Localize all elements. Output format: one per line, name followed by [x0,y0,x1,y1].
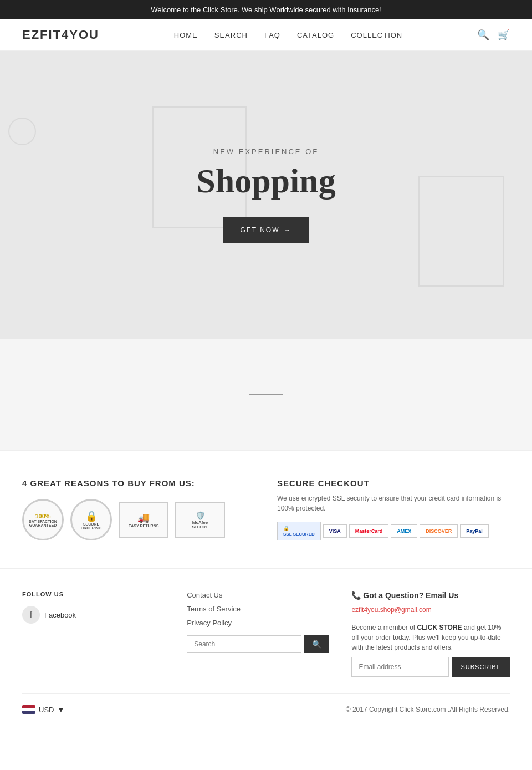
hero-title: Shopping [196,161,336,201]
trust-section [0,339,532,450]
hero-subtitle: NEW EXPERIENCE OF [196,147,336,156]
terms-of-service-link[interactable]: Terms of Service [187,605,329,613]
trust-badges-row: 100% SATISFACTION GUARANTEED 🔒 SECURE OR… [22,499,255,540]
email-address-input[interactable] [351,657,449,677]
badge-secure-ordering: 🔒 SECURE ORDERING [70,499,112,540]
chevron-down-icon: ▼ [57,706,64,714]
footer-search-button[interactable]: 🔍 [304,635,329,653]
copyright-text: © 2017 Copyright Click Store.com .All Ri… [346,706,510,713]
site-header: EZFIT4YOU HOME SEARCH FAQ CATALOG COLLEC… [0,19,532,51]
contact-email[interactable]: ezfit4you.shop@gmail.com [351,606,431,614]
secure-checkout-description: We use encrypted SSL security to ensure … [277,493,510,513]
hero-cta-button[interactable]: GET NOW → [223,217,308,243]
hero-cta-arrow: → [284,226,292,234]
visa-badge: VISA [323,524,347,538]
footer-search-input[interactable] [187,635,301,653]
paypal-badge: PayPal [460,524,489,538]
hero-shape-2 [418,176,504,287]
badge-mcafee: 🛡️ McAfee SECURE [175,502,225,538]
nav-catalog[interactable]: CATALOG [297,31,334,39]
footer-contact-col: 📞 Got a Question? Email Us ezfit4you.sho… [351,591,510,677]
currency-label: USD [39,706,54,714]
ssl-badge: 🔒 SSL SECURED [277,522,321,540]
announcement-bar: Welcome to the Click Store. We ship Worl… [0,0,532,19]
nav-home[interactable]: HOME [174,31,198,39]
payment-methods: 🔒 SSL SECURED VISA MasterCard AMEX DISCO… [277,522,510,540]
mastercard-badge: MasterCard [349,524,389,538]
reasons-section: 4 GREAT REASONS TO BUY FROM US: 100% SAT… [0,450,532,568]
satisfaction-badge: 100% SATISFACTION GUARANTEED [22,499,64,540]
hero-cta-label: GET NOW [240,226,279,234]
site-footer: FOLLOW US f Facebook Contact Us Terms of… [0,568,532,725]
facebook-icon: f [22,606,40,624]
reasons-left: 4 GREAT REASONS TO BUY FROM US: 100% SAT… [22,478,255,540]
discover-badge: DISCOVER [420,524,458,538]
secure-ordering-badge: 🔒 SECURE ORDERING [70,499,112,540]
facebook-link[interactable]: f Facebook [22,606,165,624]
nav-collection[interactable]: COLLECTION [351,31,402,39]
announcement-text: Welcome to the Click Store. We ship Worl… [151,6,381,14]
member-text: Become a member of CLICK STORE and get 1… [351,623,510,652]
divider-line [249,394,283,395]
secure-checkout-section: SECURE CHECKOUT We use encrypted SSL sec… [277,478,510,540]
footer-search-form: 🔍 [187,635,329,653]
nav-search[interactable]: SEARCH [214,31,248,39]
privacy-policy-link[interactable]: Privacy Policy [187,619,329,627]
footer-links: Contact Us Terms of Service Privacy Poli… [187,591,329,627]
follow-us-title: FOLLOW US [22,591,165,598]
amex-badge: AMEX [391,524,417,538]
facebook-label: Facebook [44,611,76,619]
footer-grid: FOLLOW US f Facebook Contact Us Terms of… [22,591,510,677]
footer-links-col: Contact Us Terms of Service Privacy Poli… [187,591,329,677]
us-flag-icon [22,705,35,714]
badge-easy-returns: 🚚 EASY RETURNS [119,502,168,538]
hero-section: NEW EXPERIENCE OF Shopping GET NOW → [0,51,532,339]
subscribe-button[interactable]: SUBSCRIBE [452,657,510,677]
footer-follow-us: FOLLOW US f Facebook [22,591,165,677]
main-nav: HOME SEARCH FAQ CATALOG COLLECTION [174,31,402,39]
hero-content: NEW EXPERIENCE OF Shopping GET NOW → [196,147,336,243]
footer-bottom: USD ▼ © 2017 Copyright Click Store.com .… [22,693,510,714]
site-logo[interactable]: EZFIT4YOU [22,28,99,42]
badge-satisfaction: 100% SATISFACTION GUARANTEED [22,499,64,540]
search-icon[interactable]: 🔍 [477,29,489,41]
reasons-title: 4 GREAT REASONS TO BUY FROM US: [22,478,255,488]
contact-us-link[interactable]: Contact Us [187,591,329,599]
question-title: 📞 Got a Question? Email Us [351,591,510,600]
mcafee-badge: 🛡️ McAfee SECURE [175,502,225,538]
subscribe-form: SUBSCRIBE [351,657,510,677]
cart-icon[interactable]: 🛒 [498,29,510,41]
nav-faq[interactable]: FAQ [264,31,280,39]
currency-selector[interactable]: USD ▼ [22,705,64,714]
secure-checkout-title: SECURE CHECKOUT [277,478,510,488]
header-icons: 🔍 🛒 [477,29,510,41]
hero-shape-3 [8,118,36,145]
easy-returns-badge: 🚚 EASY RETURNS [119,502,168,538]
